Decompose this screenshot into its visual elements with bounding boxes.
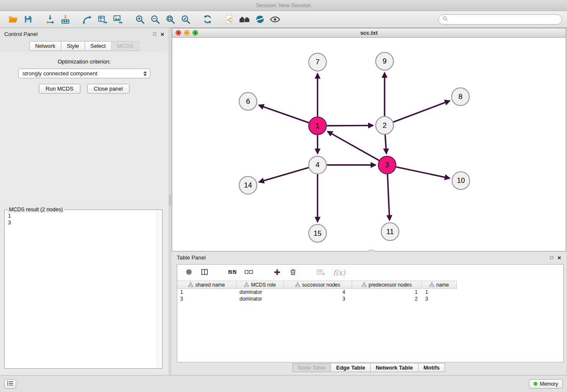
node-1[interactable]: 1: [309, 117, 327, 135]
columns-icon: [201, 268, 209, 277]
node-15[interactable]: 15: [309, 224, 327, 242]
search-icon: [443, 16, 448, 23]
column-header-shared-name[interactable]: shared name: [177, 281, 237, 289]
attribute-icon: [244, 282, 249, 287]
close-table-panel-icon[interactable]: ×: [557, 255, 561, 260]
export-image-button[interactable]: [110, 13, 125, 26]
maximize-window-icon[interactable]: +: [193, 30, 198, 36]
table-cell[interactable]: 3: [422, 295, 457, 302]
table-cell[interactable]: 4: [284, 289, 352, 295]
search-box[interactable]: [438, 14, 562, 25]
delete-column-button[interactable]: [289, 268, 297, 277]
node-2[interactable]: 2: [376, 116, 394, 134]
zoom-in-button[interactable]: [132, 13, 147, 26]
result-scrollbar[interactable]: [157, 210, 162, 368]
tab-node-table[interactable]: Node Table: [292, 363, 331, 372]
table-row[interactable]: 1dominator411: [177, 289, 563, 295]
table-body[interactable]: 1dominator4113dominator323: [177, 289, 563, 362]
edge-3-10[interactable]: [396, 167, 450, 178]
add-column-button[interactable]: [273, 268, 281, 278]
edge-2-3[interactable]: [385, 135, 386, 154]
table-cell[interactable]: 1: [422, 289, 457, 295]
node-14[interactable]: 14: [239, 177, 257, 194]
close-window-icon[interactable]: ×: [176, 30, 181, 36]
zoom-fit-icon: [165, 14, 176, 25]
zoom-selected-button[interactable]: [178, 13, 193, 26]
node-3[interactable]: 3: [378, 156, 396, 174]
node-8[interactable]: 8: [451, 88, 469, 106]
share-document-button[interactable]: [222, 13, 237, 26]
table-cell[interactable]: 2: [352, 295, 422, 302]
export-image-icon: [113, 14, 123, 25]
network-canvas[interactable]: 7968124314101511: [172, 38, 566, 251]
tab-mcds[interactable]: MCDS: [111, 41, 139, 51]
node-4[interactable]: 4: [309, 156, 327, 174]
network-canvas-area[interactable]: 7968124314101511: [172, 38, 566, 251]
edge-3-11[interactable]: [388, 174, 390, 221]
zoom-out-button[interactable]: [147, 13, 162, 26]
table-cell[interactable]: 1: [352, 289, 422, 295]
function-builder-button[interactable]: f(x): [333, 268, 345, 277]
svg-text:10: 10: [457, 177, 465, 185]
import-network-button[interactable]: [42, 13, 58, 26]
home-button[interactable]: [237, 13, 252, 26]
task-history-button[interactable]: [4, 379, 16, 389]
refresh-view-button[interactable]: [200, 13, 215, 26]
node-10[interactable]: 10: [452, 172, 470, 190]
column-header-name[interactable]: name: [422, 281, 457, 289]
tab-motifs[interactable]: Motifs: [418, 363, 445, 372]
column-header-successor-nodes[interactable]: successor nodes: [284, 281, 352, 289]
svg-text:1: 1: [316, 122, 319, 130]
unselect-all-columns-button[interactable]: [245, 269, 253, 276]
zoom-fit-button[interactable]: [162, 13, 178, 26]
save-session-button[interactable]: [20, 13, 36, 26]
column-header-MCDS-role[interactable]: MCDS role: [237, 281, 284, 289]
table-cell[interactable]: dominator: [237, 295, 284, 302]
show-hide-button[interactable]: [267, 13, 283, 26]
node-7[interactable]: 7: [309, 53, 327, 71]
table-cell[interactable]: 3: [284, 295, 352, 302]
delete-table-button[interactable]: [317, 269, 325, 277]
close-panel-button[interactable]: Close panel: [87, 84, 130, 94]
table-row[interactable]: 3dominator323: [177, 295, 563, 302]
tab-edge-table[interactable]: Edge Table: [330, 363, 370, 372]
edge-4-14[interactable]: [259, 168, 308, 182]
edge-1-2[interactable]: [327, 125, 373, 126]
network-window-titlebar[interactable]: × − + scc.txt: [172, 28, 566, 38]
style-button[interactable]: [252, 13, 267, 26]
column-header-predecessor-nodes[interactable]: predecessor nodes: [352, 281, 422, 289]
node-11[interactable]: 11: [381, 223, 399, 240]
tab-style[interactable]: Style: [61, 41, 85, 51]
window-titlebar[interactable]: Session: New Session: [0, 0, 567, 11]
edge-1-6[interactable]: [259, 105, 309, 123]
export-table-button[interactable]: [95, 13, 110, 26]
select-all-columns-button[interactable]: [228, 269, 237, 276]
table-settings-button[interactable]: [185, 268, 193, 277]
search-input[interactable]: [451, 17, 558, 22]
float-table-panel-icon[interactable]: □: [550, 254, 553, 260]
close-control-panel-icon[interactable]: ×: [160, 31, 164, 37]
tab-select[interactable]: Select: [85, 41, 112, 51]
open-session-button[interactable]: [5, 13, 20, 26]
node-6[interactable]: 6: [239, 92, 257, 110]
run-mcds-button[interactable]: Run MCDS: [39, 84, 80, 94]
edge-3-1[interactable]: [328, 131, 379, 160]
panel-split-handle[interactable]: [169, 195, 171, 206]
show-columns-button[interactable]: [201, 268, 209, 277]
table-cell[interactable]: dominator: [237, 289, 284, 295]
minimize-window-icon[interactable]: −: [184, 30, 190, 36]
edge-2-8[interactable]: [393, 101, 450, 122]
criterion-selected-value: strongly connected component: [22, 70, 97, 77]
table-cell[interactable]: 3: [177, 295, 237, 302]
mcds-result-lines[interactable]: 13: [5, 210, 162, 229]
tab-network[interactable]: Network: [29, 41, 61, 51]
import-table-button[interactable]: [58, 13, 73, 26]
node-9[interactable]: 9: [376, 52, 394, 70]
float-panel-icon[interactable]: □: [153, 31, 156, 37]
control-panel-tabs: Network Style Select MCDS: [0, 40, 168, 52]
criterion-select[interactable]: strongly connected component: [18, 69, 150, 78]
export-network-button[interactable]: [80, 13, 95, 26]
tab-network-table[interactable]: Network Table: [370, 363, 418, 372]
table-cell[interactable]: 1: [177, 289, 237, 295]
memory-button[interactable]: Memory: [529, 379, 563, 389]
